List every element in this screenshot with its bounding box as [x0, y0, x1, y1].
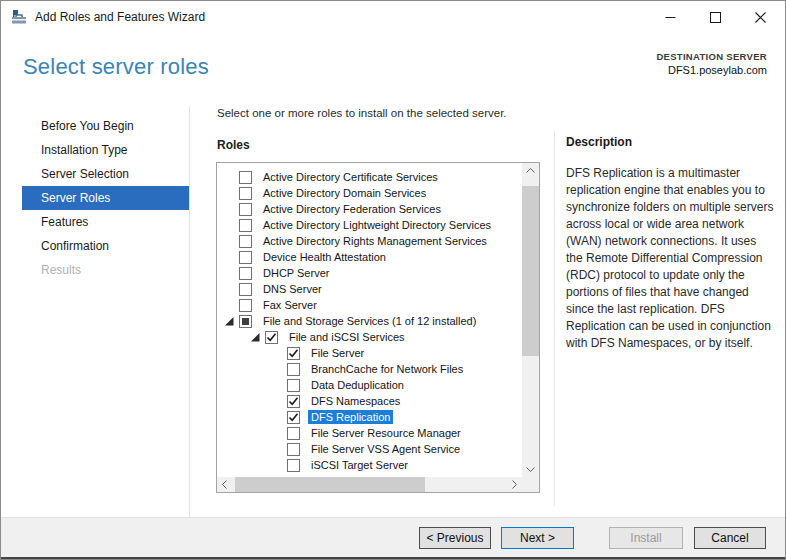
role-row[interactable]: DNS Server	[217, 281, 522, 297]
role-label: File and iSCSI Services	[286, 330, 408, 344]
role-label: Data Deduplication	[308, 378, 407, 392]
sidebar-item-confirmation[interactable]: Confirmation	[22, 234, 189, 258]
wizard-steps-sidebar: Before You BeginInstallation TypeServer …	[1, 106, 189, 282]
scroll-up-button[interactable]	[522, 163, 539, 178]
scrollbar-corner	[522, 477, 539, 492]
mixed-state-icon	[242, 318, 249, 325]
scroll-left-button[interactable]	[217, 477, 232, 492]
role-label: File and Storage Services (1 of 12 insta…	[260, 314, 479, 328]
role-row[interactable]: DFS Namespaces	[217, 393, 522, 409]
role-label: File Server VSS Agent Service	[308, 442, 463, 456]
role-row[interactable]: Fax Server	[217, 297, 522, 313]
role-label: Active Directory Certificate Services	[260, 170, 441, 184]
destination-server: DESTINATION SERVER DFS1.poseylab.com	[656, 50, 767, 78]
horizontal-scroll-thumb[interactable]	[235, 477, 425, 492]
maximize-button[interactable]	[693, 1, 738, 33]
install-button: Install	[609, 527, 683, 549]
role-label: Device Health Attestation	[260, 250, 389, 264]
sidebar-divider	[189, 106, 190, 517]
role-label: Fax Server	[260, 298, 320, 312]
role-row[interactable]: Active Directory Certificate Services	[217, 169, 522, 185]
role-checkbox[interactable]	[287, 443, 300, 456]
sidebar-item-before-you-begin[interactable]: Before You Begin	[22, 114, 189, 138]
page-title: Select server roles	[23, 54, 209, 80]
role-row[interactable]: File Server Resource Manager	[217, 425, 522, 441]
role-label: DFS Namespaces	[308, 394, 403, 408]
minimize-icon	[665, 12, 676, 23]
role-checkbox[interactable]	[239, 235, 252, 248]
sidebar-item-installation-type[interactable]: Installation Type	[22, 138, 189, 162]
role-row[interactable]: Active Directory Rights Management Servi…	[217, 233, 522, 249]
role-row[interactable]: BranchCache for Network Files	[217, 361, 522, 377]
role-row[interactable]: File and Storage Services (1 of 12 insta…	[217, 313, 522, 329]
window-title: Add Roles and Features Wizard	[35, 1, 205, 33]
role-checkbox[interactable]	[287, 379, 300, 392]
footer-bar: < PreviousNext >InstallCancel	[1, 517, 785, 557]
roles-listbox: Active Directory Certificate ServicesAct…	[216, 162, 540, 493]
role-checkbox[interactable]	[287, 459, 300, 472]
role-row[interactable]: Device Health Attestation	[217, 249, 522, 265]
role-label: File Server	[308, 346, 367, 360]
role-row[interactable]: DFS Replication	[217, 409, 522, 425]
instruction-text: Select one or more roles to install on t…	[217, 107, 507, 119]
role-row[interactable]: Active Directory Federation Services	[217, 201, 522, 217]
role-checkbox[interactable]	[265, 331, 278, 344]
scroll-right-button[interactable]	[507, 477, 522, 492]
description-panel: Description DFS Replication is a multima…	[566, 135, 774, 352]
role-label: DNS Server	[260, 282, 325, 296]
role-row[interactable]: File and iSCSI Services	[217, 329, 522, 345]
vertical-scrollbar[interactable]	[522, 163, 539, 477]
role-checkbox[interactable]	[287, 411, 300, 424]
app-icon	[11, 9, 27, 25]
role-checkbox[interactable]	[239, 267, 252, 280]
expander-icon[interactable]	[225, 317, 235, 326]
maximize-icon	[710, 12, 721, 23]
sidebar-item-features[interactable]: Features	[22, 210, 189, 234]
sidebar-item-server-selection[interactable]: Server Selection	[22, 162, 189, 186]
cancel-button[interactable]: Cancel	[694, 527, 766, 549]
destination-server-label: DESTINATION SERVER	[656, 50, 767, 63]
role-checkbox[interactable]	[239, 299, 252, 312]
role-label: iSCSI Target Server	[308, 458, 411, 472]
expander-icon[interactable]	[251, 333, 261, 342]
role-checkbox[interactable]	[239, 171, 252, 184]
role-checkbox[interactable]	[287, 347, 300, 360]
role-checkbox[interactable]	[287, 395, 300, 408]
horizontal-scrollbar[interactable]	[217, 477, 522, 492]
role-row[interactable]: DHCP Server	[217, 265, 522, 281]
close-icon	[755, 12, 766, 23]
role-checkbox[interactable]	[287, 427, 300, 440]
sidebar-item-results: Results	[22, 258, 189, 282]
role-checkbox[interactable]	[239, 315, 252, 328]
role-label: Active Directory Lightweight Directory S…	[260, 218, 494, 232]
vertical-scroll-thumb[interactable]	[522, 186, 539, 356]
role-row[interactable]: Active Directory Domain Services	[217, 185, 522, 201]
role-checkbox[interactable]	[239, 203, 252, 216]
role-row[interactable]: File Server	[217, 345, 522, 361]
destination-server-value: DFS1.poseylab.com	[656, 63, 767, 78]
close-button[interactable]	[738, 1, 783, 33]
role-label: File Server Resource Manager	[308, 426, 464, 440]
sidebar-item-server-roles[interactable]: Server Roles	[22, 186, 189, 210]
scroll-down-button[interactable]	[522, 462, 539, 477]
role-checkbox[interactable]	[239, 251, 252, 264]
role-label: BranchCache for Network Files	[308, 362, 466, 376]
role-checkbox[interactable]	[239, 219, 252, 232]
description-heading: Description	[566, 135, 774, 149]
role-row[interactable]: File Server VSS Agent Service	[217, 441, 522, 457]
role-checkbox[interactable]	[239, 187, 252, 200]
roles-list-label: Roles	[217, 138, 250, 152]
role-checkbox[interactable]	[239, 283, 252, 296]
minimize-button[interactable]	[648, 1, 693, 33]
next-button[interactable]: Next >	[501, 527, 574, 549]
role-checkbox[interactable]	[287, 363, 300, 376]
roles-list: Active Directory Certificate ServicesAct…	[217, 163, 522, 477]
role-label: Active Directory Rights Management Servi…	[260, 234, 490, 248]
role-row[interactable]: Data Deduplication	[217, 377, 522, 393]
role-row[interactable]: Active Directory Lightweight Directory S…	[217, 217, 522, 233]
role-row[interactable]: iSCSI Target Server	[217, 457, 522, 473]
previous-button[interactable]: < Previous	[419, 527, 491, 549]
description-text: DFS Replication is a multimaster replica…	[566, 165, 774, 352]
role-label: Active Directory Domain Services	[260, 186, 429, 200]
role-label: DHCP Server	[260, 266, 332, 280]
